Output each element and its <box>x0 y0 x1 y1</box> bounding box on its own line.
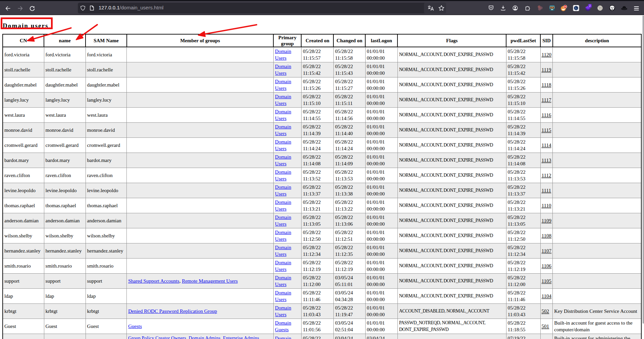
svg-text:2: 2 <box>589 4 591 7</box>
